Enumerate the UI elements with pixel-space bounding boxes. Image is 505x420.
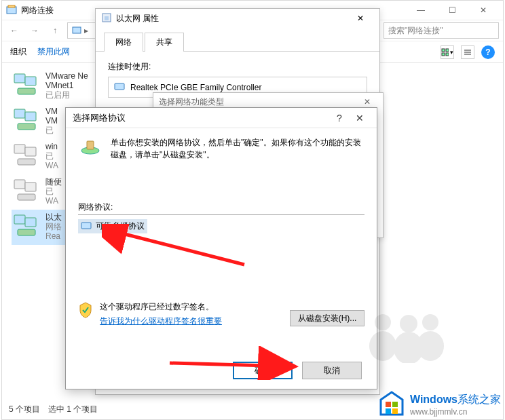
svg-point-38	[417, 331, 444, 361]
search-input[interactable]: 搜索"网络连接"	[384, 22, 499, 39]
status-bar: 5 个项目 选中 1 个项目	[9, 404, 98, 415]
svg-rect-40	[392, 402, 398, 407]
svg-rect-14	[25, 112, 36, 121]
svg-rect-42	[392, 408, 398, 414]
svg-point-37	[422, 314, 438, 330]
svg-rect-24	[18, 229, 35, 235]
organize-menu[interactable]: 组织	[10, 46, 26, 58]
svg-rect-19	[14, 180, 25, 189]
faint-watermark-icon	[362, 309, 444, 373]
close-button[interactable]: ✕	[357, 97, 377, 107]
svg-rect-18	[18, 159, 35, 165]
help-button[interactable]: ?	[481, 45, 495, 59]
svg-rect-11	[25, 77, 36, 85]
tab-sharing[interactable]: 共享	[145, 33, 184, 52]
watermark-url: www.bjjmmlv.cn	[410, 407, 501, 417]
control-panel-icon	[6, 4, 17, 17]
eth-tabs: 网络 共享	[96, 32, 379, 52]
adapter-icon	[12, 177, 40, 203]
adapter-icon	[12, 142, 40, 168]
nic-icon	[114, 81, 125, 93]
eth-title: 以太网 属性	[116, 13, 347, 24]
protocol-icon	[78, 136, 102, 157]
svg-rect-1	[8, 5, 15, 7]
protocol-item-label: 可靠多播协议	[96, 221, 145, 232]
svg-rect-15	[18, 123, 35, 130]
close-button[interactable]: ✕	[350, 113, 370, 123]
svg-rect-41	[386, 408, 391, 414]
svg-rect-20	[25, 183, 36, 191]
cancel-button[interactable]: 取消	[302, 362, 362, 379]
watermark-title: Windows系统之家	[410, 394, 501, 405]
proto-titlebar: 选择网络协议 ? ✕	[66, 108, 377, 128]
view-button[interactable]: ▾	[441, 45, 454, 59]
adapter-icon	[12, 212, 40, 238]
minimize-button[interactable]: —	[405, 1, 436, 20]
site-watermark: Windows系统之家 www.bjjmmlv.cn	[377, 390, 501, 419]
tab-network[interactable]: 网络	[104, 33, 143, 52]
svg-rect-13	[14, 109, 25, 118]
close-button[interactable]: ✕	[347, 14, 374, 23]
adapter-icon	[12, 107, 40, 132]
svg-point-33	[375, 314, 391, 330]
close-button[interactable]: ✕	[468, 1, 499, 20]
svg-rect-3	[442, 49, 445, 52]
svg-rect-21	[18, 194, 35, 200]
svg-rect-16	[14, 145, 25, 153]
svg-rect-30	[81, 223, 91, 229]
svg-rect-29	[87, 141, 94, 149]
protocol-item-icon	[81, 221, 92, 232]
ok-button[interactable]: 确定	[233, 362, 293, 379]
up-button[interactable]: ↑	[47, 22, 63, 39]
forward-button[interactable]: →	[26, 22, 43, 39]
adapter-icon	[12, 71, 40, 97]
svg-rect-4	[446, 49, 449, 52]
type-title: 选择网络功能类型	[159, 96, 357, 108]
details-button[interactable]	[461, 45, 474, 59]
svg-point-34	[369, 331, 396, 361]
controller-name: Realtek PCIe GBE Family Controller	[130, 83, 261, 92]
svg-rect-6	[446, 53, 449, 56]
protocol-list-item[interactable]: 可靠多播协议	[78, 219, 147, 233]
signed-text: 这个驱动程序已经过数字签名。	[100, 301, 222, 313]
svg-rect-12	[18, 88, 35, 94]
proto-list-label: 网络协议:	[78, 202, 364, 213]
selected-count: 选中 1 个项目	[48, 404, 98, 415]
svg-rect-26	[105, 16, 109, 20]
install-from-disk-button[interactable]: 从磁盘安装(H)...	[290, 310, 364, 326]
help-button[interactable]: ?	[329, 113, 350, 123]
maximize-button[interactable]: ☐	[436, 1, 468, 20]
protocol-list[interactable]: 可靠多播协议	[78, 214, 364, 289]
svg-point-35	[400, 315, 417, 332]
why-signing-link[interactable]: 告诉我为什么驱动程序签名很重要	[100, 316, 222, 327]
svg-rect-23	[25, 218, 36, 227]
svg-rect-27	[115, 83, 124, 90]
svg-rect-39	[386, 402, 391, 407]
back-button[interactable]: ←	[6, 22, 22, 39]
search-placeholder: 搜索"网络连接"	[388, 25, 443, 37]
svg-rect-17	[25, 147, 36, 156]
signed-badge-icon	[78, 301, 93, 319]
svg-rect-10	[14, 74, 25, 83]
eth-titlebar: 以太网 属性 ✕	[96, 9, 379, 28]
disable-device-link[interactable]: 禁用此网	[37, 46, 70, 58]
watermark-logo-icon	[377, 390, 406, 419]
svg-rect-5	[442, 53, 445, 56]
proto-title: 选择网络协议	[73, 112, 329, 124]
svg-rect-22	[14, 215, 25, 224]
item-count: 5 个项目	[9, 404, 40, 415]
connect-using-label: 连接时使用:	[108, 61, 367, 73]
svg-rect-2	[73, 27, 81, 33]
network-icon	[72, 25, 81, 37]
proto-intro-text: 单击你想安装的网络协议，然后单击"确定"。如果你有这个功能的安装磁盘，请单击"从…	[111, 136, 364, 161]
select-network-protocol-dialog: 选择网络协议 ? ✕ 单击你想安装的网络协议，然后单击"确定"。如果你有这个功能…	[65, 107, 377, 389]
ethernet-icon	[101, 12, 112, 25]
